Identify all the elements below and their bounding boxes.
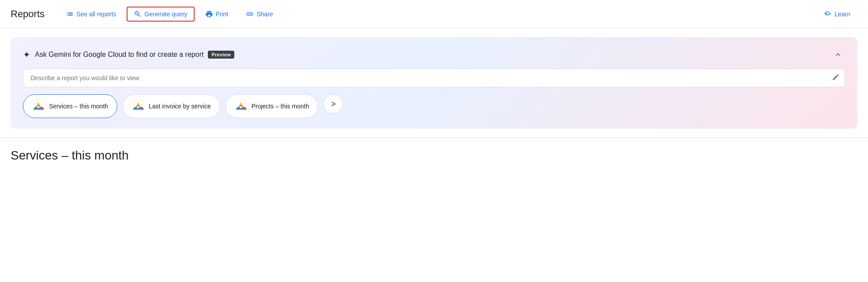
- chip-services-this-month[interactable]: Services – this month: [23, 94, 117, 118]
- chip-label-1: Services – this month: [49, 103, 108, 110]
- generate-query-button[interactable]: Generate query: [127, 7, 194, 22]
- preview-badge: Preview: [208, 51, 234, 59]
- chips-next-button[interactable]: >: [323, 94, 343, 114]
- see-all-reports-button[interactable]: See all reports: [59, 7, 123, 22]
- header-nav: See all reports Generate query Print: [59, 7, 438, 22]
- gemini-input-wrapper: [23, 69, 845, 87]
- chevron-right-icon: >: [331, 100, 336, 109]
- list-icon: [66, 10, 74, 18]
- page-title: Reports: [11, 8, 45, 20]
- google-cloud-logo: [32, 100, 45, 112]
- learn-icon: [824, 10, 832, 18]
- section-divider: [0, 137, 868, 138]
- see-all-reports-label: See all reports: [76, 11, 116, 18]
- gemini-title-row: ✦ Ask Gemini for Google Cloud to find or…: [23, 49, 234, 60]
- collapse-button[interactable]: [831, 48, 845, 62]
- svg-point-2: [137, 106, 139, 108]
- learn-label: Learn: [834, 11, 850, 18]
- gemini-header: ✦ Ask Gemini for Google Cloud to find or…: [23, 48, 845, 62]
- share-label: Share: [256, 11, 273, 18]
- svg-point-3: [240, 106, 242, 108]
- chip-last-invoice[interactable]: Last invoice by service: [123, 94, 220, 118]
- suggestion-chips: Services – this month Last invoice by se…: [23, 94, 845, 118]
- learn-button[interactable]: Learn: [817, 7, 857, 22]
- gemini-search-input[interactable]: [23, 69, 845, 87]
- sparkle-icon: ✦: [23, 49, 30, 60]
- share-icon: [246, 10, 254, 18]
- share-button[interactable]: Share: [239, 7, 280, 22]
- generate-query-label: Generate query: [144, 11, 187, 18]
- chip-label-3: Projects – this month: [252, 103, 309, 110]
- section-title: Services – this month: [0, 141, 868, 166]
- svg-point-1: [38, 106, 40, 108]
- edit-icon: [832, 73, 840, 83]
- chip-label-2: Last invoice by service: [149, 103, 211, 110]
- google-cloud-logo-2: [132, 100, 144, 112]
- gemini-title: Ask Gemini for Google Cloud to find or c…: [35, 51, 203, 59]
- google-cloud-logo-3: [235, 100, 247, 112]
- print-button[interactable]: Print: [198, 7, 236, 22]
- print-icon: [205, 10, 213, 18]
- query-icon: [134, 10, 142, 18]
- gemini-panel: ✦ Ask Gemini for Google Cloud to find or…: [11, 37, 857, 129]
- print-label: Print: [216, 11, 229, 18]
- gemini-input-row: [23, 69, 845, 87]
- svg-point-0: [136, 13, 137, 14]
- chip-projects-this-month[interactable]: Projects – this month: [225, 94, 319, 118]
- header: Reports See all reports Generate query: [0, 0, 868, 28]
